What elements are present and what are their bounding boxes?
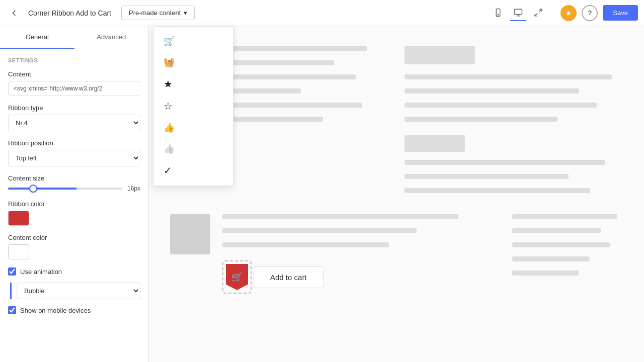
back-button[interactable]: [6, 5, 22, 21]
main-layout: General Advanced SETTINGS Content Ribbon…: [0, 26, 644, 362]
tab-bar: General Advanced: [0, 26, 148, 49]
content-size-field-group: Content size 16px: [8, 174, 140, 192]
placeholder: [512, 228, 601, 233]
use-animation-row: Use animation: [8, 267, 140, 276]
ribbon-cart-icon: 🛒: [226, 264, 248, 290]
dropdown-item-star-outline[interactable]: ☆: [153, 95, 233, 117]
premade-content-button[interactable]: Pre-made content ▾: [121, 6, 195, 20]
placeholder: [405, 117, 557, 122]
ribbon-position-label: Ribbon position: [8, 139, 140, 147]
ribbon-position-select[interactable]: Top left Top right Bottom left Bottom ri…: [8, 150, 140, 166]
add-to-cart-wrapper: 🛒 Add to cart: [222, 260, 500, 294]
placeholder: [512, 214, 617, 219]
settings-body: SETTINGS Content Ribbon type Nr.4 Nr.1 N…: [0, 49, 148, 329]
ribbon-type-select[interactable]: Nr.4 Nr.1 Nr.2 Nr.3: [8, 115, 140, 131]
star-filled-icon: ★: [164, 78, 173, 90]
checkmark-icon: ✓: [164, 164, 172, 176]
star-button[interactable]: ★: [560, 5, 577, 21]
preview-content: 🛒 Add to cart: [170, 38, 623, 294]
ribbon-position-field-group: Ribbon position Top left Top right Botto…: [8, 139, 140, 166]
svg-line-6: [535, 13, 538, 16]
show-mobile-checkbox[interactable]: [8, 306, 16, 314]
content-input[interactable]: [8, 81, 140, 96]
animation-type-select[interactable]: Bubble Pulse Bounce: [17, 283, 140, 299]
placeholder: [405, 88, 579, 94]
dropdown-item-thumbsup-outline[interactable]: 👍: [153, 138, 233, 159]
preview-col-right: [405, 46, 623, 198]
ribbon-type-field-group: Ribbon type Nr.4 Nr.1 Nr.2 Nr.3: [8, 104, 140, 131]
svg-point-1: [498, 14, 499, 15]
dropdown-item-thumbsup-filled[interactable]: 👍: [153, 117, 233, 138]
mobile-icon[interactable]: [490, 5, 506, 21]
topbar: Corner Ribbon Add to Cart Pre-made conte…: [0, 0, 644, 26]
dropdown-item-basket[interactable]: 🧺: [153, 52, 233, 73]
placeholder: [222, 228, 417, 233]
content-size-slider[interactable]: [8, 188, 122, 190]
basket-icon: 🧺: [164, 57, 175, 68]
content-color-label: Content color: [8, 234, 140, 241]
content-size-value: 16px: [127, 185, 140, 192]
dropdown-item-star-filled[interactable]: ★: [153, 73, 233, 95]
add-to-cart-button[interactable]: Add to cart: [254, 266, 324, 288]
help-button[interactable]: ?: [582, 5, 598, 21]
tab-advanced[interactable]: Advanced: [74, 26, 149, 49]
content-label: Content: [8, 70, 140, 78]
ribbon-color-field-group: Ribbon color: [8, 200, 140, 226]
ribbon-color-label: Ribbon color: [8, 200, 140, 208]
show-mobile-row: Show on mobile devices: [8, 306, 140, 314]
chevron-down-icon: ▾: [184, 9, 187, 17]
dropdown-item-checkmark[interactable]: ✓: [153, 159, 233, 182]
slider-row: 16px: [8, 185, 140, 192]
placeholder: [405, 74, 612, 79]
sidebar: General Advanced SETTINGS Content Ribbon…: [0, 26, 149, 362]
preview-product-row: 🛒 Add to cart: [170, 214, 623, 294]
star-outline-icon: ☆: [164, 100, 173, 112]
page-title: Corner Ribbon Add to Cart: [28, 9, 111, 17]
ribbon-color-swatch[interactable]: [8, 211, 29, 226]
placeholder: [405, 174, 569, 179]
use-animation-checkbox[interactable]: [8, 267, 16, 276]
use-animation-label[interactable]: Use animation: [20, 268, 62, 276]
settings-section-label: SETTINGS: [8, 57, 140, 63]
preview-top-grid: [170, 38, 623, 198]
dropdown-item-cart[interactable]: 🛒: [153, 31, 233, 52]
expand-icon[interactable]: [530, 5, 546, 21]
svg-line-5: [539, 9, 542, 12]
placeholder: [405, 103, 597, 108]
placeholder: [222, 242, 389, 247]
topbar-right: ★ ? Save: [560, 5, 638, 21]
placeholder: [512, 256, 590, 261]
animation-type-wrapper: Bubble Pulse Bounce: [10, 283, 140, 299]
preview-right-col: [512, 214, 623, 281]
ribbon-dotted-wrapper: 🛒: [222, 260, 252, 294]
placeholder: [405, 46, 475, 64]
ribbon-type-label: Ribbon type: [8, 104, 140, 112]
device-icons: [490, 5, 546, 21]
product-details: 🛒 Add to cart: [222, 214, 500, 294]
thumbsup-outline-icon: 👍: [164, 143, 175, 154]
show-mobile-label[interactable]: Show on mobile devices: [20, 307, 91, 314]
content-color-swatch[interactable]: [8, 244, 29, 259]
placeholder: [512, 242, 610, 247]
product-thumbnail: [170, 214, 210, 254]
placeholder: [405, 135, 465, 152]
thumbsup-filled-icon: 👍: [164, 122, 175, 133]
content-size-label: Content size: [8, 174, 140, 182]
placeholder: [512, 270, 579, 276]
placeholder: [405, 160, 605, 165]
desktop-icon[interactable]: [510, 5, 526, 21]
premade-label: Pre-made content: [129, 9, 181, 17]
cart-icon: 🛒: [164, 36, 175, 47]
placeholder: [222, 214, 458, 219]
tab-general[interactable]: General: [0, 26, 74, 49]
placeholder: [405, 188, 590, 193]
save-button[interactable]: Save: [603, 5, 638, 21]
svg-rect-2: [515, 9, 522, 15]
content-field-group: Content: [8, 70, 140, 96]
premade-dropdown: 🛒 🧺 ★ ☆ 👍 👍 ✓: [153, 26, 233, 186]
content-color-field-group: Content color: [8, 234, 140, 259]
